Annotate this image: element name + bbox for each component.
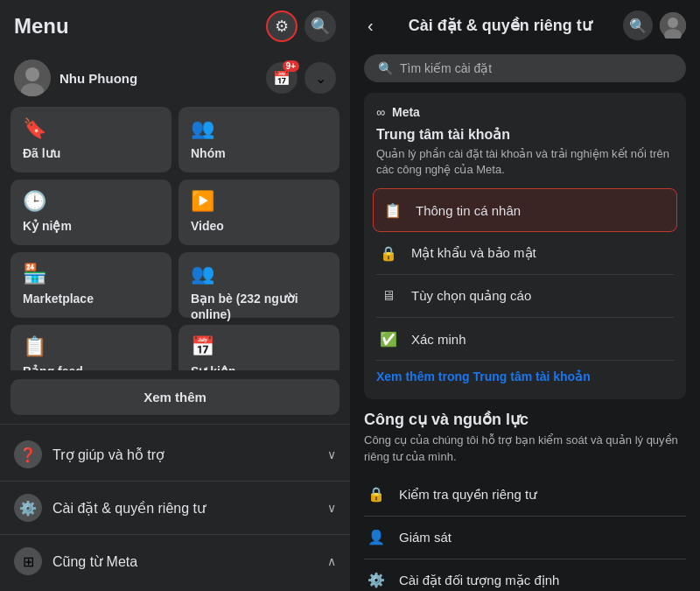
defaults-label: Cài đặt đối tượng mặc định [399, 573, 559, 588]
password-item[interactable]: 🔒 Mật khẩu và bảo mật [376, 232, 674, 275]
footer-item-settings[interactable]: ⚙️ Cài đặt & quyền riêng tư ∨ [0, 482, 350, 535]
defaults-item[interactable]: ⚙️ Cài đặt đối tượng mặc định [364, 559, 686, 591]
left-panel: Menu ⚙ 🔍 Nhu Phuong 📅 9+ ⌄ 🔖 [0, 0, 350, 591]
groups-icon: 👥 [191, 117, 327, 140]
notification-badge: 9+ [283, 60, 299, 72]
footer-item-help[interactable]: ❓ Trợ giúp và hỗ trợ ∨ [0, 428, 350, 482]
search-bar[interactable]: 🔍 Tìm kiếm cài đặt [364, 54, 686, 82]
menu-item-marketplace[interactable]: 🏪 Marketplace [10, 252, 172, 318]
footer-settings-label: Cài đặt & quyền riêng tư [52, 500, 206, 517]
chevron-down-icon: ∨ [327, 447, 336, 461]
ads-icon: 🖥 [376, 284, 401, 308]
footer-item-meta[interactable]: ⊞ Cũng từ Meta ∧ [0, 535, 350, 587]
feed-icon: 📋 [23, 335, 159, 358]
verify-icon: ✅ [376, 327, 401, 351]
ads-item[interactable]: 🖥 Tùy chọn quảng cáo [376, 275, 674, 318]
meta-section: ∞ Meta Trung tâm tài khoản Quản lý phần … [364, 93, 686, 399]
search-placeholder-text: Tìm kiếm cài đặt [400, 61, 492, 75]
left-header-icons: ⚙ 🔍 [266, 11, 336, 42]
tools-desc: Công cụ của chúng tôi hỗ trợ bạn kiểm so… [364, 433, 686, 464]
left-header: Menu ⚙ 🔍 [0, 0, 350, 53]
notification-icon: 📅 [273, 70, 290, 87]
profile-row: Nhu Phuong 📅 9+ ⌄ [0, 53, 350, 107]
profile-icons: 📅 9+ ⌄ [266, 62, 336, 94]
chevron-down-icon: ∨ [327, 501, 336, 515]
menu-item-memories[interactable]: 🕒 Kỷ niệm [10, 179, 172, 245]
menu-item-events-label: Sự kiện [191, 363, 327, 370]
right-avatar[interactable] [660, 12, 686, 39]
menu-item-video[interactable]: ▶️ Video [178, 179, 340, 245]
search-button[interactable]: 🔍 [304, 11, 336, 42]
video-icon: ▶️ [191, 190, 327, 213]
right-header-title: Cài đặt & quyền riêng tư [386, 16, 614, 35]
right-header-icons: 🔍 [623, 11, 686, 40]
marketplace-icon: 🏪 [23, 263, 159, 285]
password-label: Mật khẩu và bảo mật [411, 245, 536, 261]
profile-name: Nhu Phuong [60, 71, 257, 86]
menu-item-video-label: Video [191, 218, 327, 234]
footer-help-label: Trợ giúp và hỗ trợ [52, 447, 164, 463]
privacy-check-label: Kiểm tra quyền riêng tư [399, 487, 537, 503]
gear-button[interactable]: ⚙ [266, 11, 298, 42]
see-more-meta-link[interactable]: Xem thêm trong Trung tâm tài khoản [376, 361, 674, 387]
password-icon: 🔒 [376, 241, 401, 265]
back-button[interactable]: ‹ [364, 12, 377, 39]
right-search-button[interactable]: 🔍 [623, 11, 653, 40]
menu-item-groups[interactable]: 👥 Nhóm [178, 107, 340, 172]
left-title: Menu [14, 14, 69, 39]
monitor-item[interactable]: 👤 Giám sát [364, 517, 686, 559]
menu-item-feed-label: Bảng feed [23, 363, 159, 370]
meta-infinity-icon: ∞ [376, 105, 385, 119]
menu-item-feed[interactable]: 📋 Bảng feed [10, 325, 172, 370]
chevron-up-icon: ∧ [327, 554, 336, 568]
privacy-check-icon: 🔒 [364, 482, 388, 507]
svg-point-4 [668, 18, 678, 28]
meta-grid-icon: ⊞ [14, 547, 42, 575]
settings-icon: ⚙️ [14, 494, 42, 522]
right-content: ∞ Meta Trung tâm tài khoản Quản lý phần … [350, 93, 700, 591]
personal-info-label: Thông tin cá nhân [416, 203, 521, 218]
right-header: ‹ Cài đặt & quyền riêng tư 🔍 [350, 0, 700, 51]
ads-label: Tùy chọn quảng cáo [411, 288, 531, 304]
monitor-icon: 👤 [364, 525, 388, 550]
menu-item-marketplace-label: Marketplace [23, 291, 159, 306]
menu-item-events[interactable]: 📅 Sự kiện [178, 325, 340, 370]
meta-heading: Trung tâm tài khoản [376, 126, 674, 143]
friends-icon: 👥 [191, 263, 327, 285]
left-footer: ❓ Trợ giúp và hỗ trợ ∨ ⚙️ Cài đặt & quyề… [0, 424, 350, 591]
search-icon: 🔍 [378, 61, 393, 75]
privacy-check-item[interactable]: 🔒 Kiểm tra quyền riêng tư [364, 474, 686, 517]
menu-item-friends-label: Bạn bè (232 người online) [191, 291, 327, 322]
meta-label: Meta [392, 105, 420, 119]
avatar[interactable] [14, 60, 51, 96]
events-icon: 📅 [191, 335, 327, 358]
svg-point-1 [25, 67, 39, 81]
dropdown-button[interactable]: ⌄ [304, 62, 336, 94]
menu-item-saved-label: Đã lưu [23, 145, 159, 161]
see-more-label: Xem thêm [144, 390, 206, 405]
see-more-button[interactable]: Xem thêm [10, 379, 340, 415]
menu-item-saved[interactable]: 🔖 Đã lưu [10, 107, 172, 172]
personal-info-icon: 📋 [381, 198, 405, 222]
monitor-label: Giám sát [399, 530, 452, 545]
tools-heading: Công cụ và nguồn lực [364, 410, 686, 429]
saved-icon: 🔖 [23, 117, 159, 140]
meta-desc: Quản lý phần cài đặt tài khoản và trải n… [376, 146, 674, 178]
verify-label: Xác minh [411, 332, 466, 347]
notification-button[interactable]: 📅 9+ [266, 62, 298, 94]
menu-item-memories-label: Kỷ niệm [23, 218, 159, 234]
tools-section: Công cụ và nguồn lực Công cụ của chúng t… [364, 410, 686, 591]
right-search-icon: 🔍 [629, 18, 647, 34]
right-panel: ‹ Cài đặt & quyền riêng tư 🔍 🔍 Tìm kiếm … [350, 0, 700, 591]
chevron-down-icon: ⌄ [315, 70, 326, 87]
menu-item-friends[interactable]: 👥 Bạn bè (232 người online) [178, 252, 340, 318]
memories-icon: 🕒 [23, 190, 159, 213]
gear-icon: ⚙ [275, 17, 289, 36]
search-icon: 🔍 [311, 17, 330, 36]
menu-item-groups-label: Nhóm [191, 145, 327, 161]
menu-grid: 🔖 Đã lưu 👥 Nhóm 🕒 Kỷ niệm ▶️ Video 🏪 Mar… [0, 107, 350, 370]
personal-info-item[interactable]: 📋 Thông tin cá nhân [373, 188, 677, 232]
verify-item[interactable]: ✅ Xác minh [376, 318, 674, 361]
help-icon: ❓ [14, 440, 42, 468]
footer-meta-label: Cũng từ Meta [52, 553, 137, 570]
